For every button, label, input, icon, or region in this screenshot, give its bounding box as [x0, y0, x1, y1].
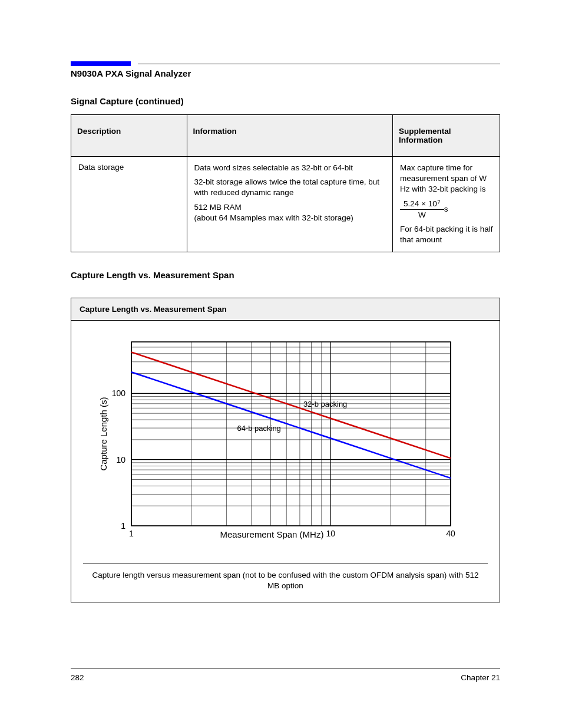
header-horizontal-rule: [138, 64, 500, 64]
chart-panel-title: Capture Length vs. Measurement Span: [71, 298, 500, 321]
chart-body: 11040110100Measurement Span (MHz)Capture…: [71, 321, 500, 564]
page-footer: 282 Chapter 21: [0, 668, 562, 682]
table-row: Data storage Data word sizes selectable …: [71, 157, 500, 252]
fraction-denominator: W: [400, 210, 444, 220]
footer-rule: [71, 668, 500, 668]
svg-text:100: 100: [112, 388, 126, 398]
info-line-4: (about 64 Msamples max with 32-bit stora…: [194, 213, 386, 223]
supp-line-2: For 64-bit packing it is half that amoun…: [400, 224, 494, 245]
svg-text:10: 10: [116, 454, 125, 464]
page-title: N9030A PXA Signal Analyzer: [71, 68, 500, 78]
cell-description: Data storage: [71, 157, 187, 252]
section-label-chart: Capture Length vs. Measurement Span: [71, 270, 500, 280]
col-header-supplemental: Supplemental Information: [392, 115, 500, 157]
header-accent-bar: [71, 61, 131, 66]
footer-page-number: 282: [71, 673, 84, 682]
cell-information: Data word sizes selectable as 32-bit or …: [187, 157, 392, 252]
section-label-signal-capture: Signal Capture (continued): [71, 96, 500, 106]
signal-capture-table: Description Information Supplemental Inf…: [71, 114, 500, 252]
svg-text:Measurement Span (MHz): Measurement Span (MHz): [220, 529, 324, 539]
capture-length-chart: 11040110100Measurement Span (MHz)Capture…: [85, 331, 462, 555]
supp-line-1: Max capture time for measurement span of…: [400, 163, 494, 195]
svg-text:64-b packing: 64-b packing: [237, 423, 280, 432]
footer-chapter: Chapter 21: [461, 673, 500, 682]
svg-text:40: 40: [446, 529, 455, 538]
col-header-information: Information: [187, 115, 392, 157]
info-line-1: Data word sizes selectable as 32-bit or …: [194, 163, 386, 173]
supp-equation: 5.24 × 10⁷ W s: [400, 199, 494, 220]
svg-text:10: 10: [326, 529, 336, 538]
chart-panel: Capture Length vs. Measurement Span 1104…: [71, 298, 500, 602]
table-header-row: Description Information Supplemental Inf…: [71, 115, 500, 157]
fraction-numerator: 5.24 × 10⁷: [400, 199, 444, 210]
svg-text:1: 1: [121, 521, 125, 531]
svg-rect-37: [131, 342, 451, 526]
svg-text:Capture Length (s): Capture Length (s): [98, 397, 108, 470]
equation-unit: s: [444, 204, 448, 215]
svg-text:32-b packing: 32-b packing: [303, 400, 347, 409]
cell-supplemental: Max capture time for measurement span of…: [392, 157, 500, 252]
chart-caption: Capture length versus measurement span (…: [71, 564, 500, 602]
header-rule-row: [71, 61, 500, 66]
col-header-description: Description: [71, 115, 187, 157]
svg-text:1: 1: [129, 529, 134, 538]
info-line-3: 512 MB RAM: [194, 202, 386, 213]
info-line-2: 32-bit storage allows twice the total ca…: [194, 177, 386, 198]
